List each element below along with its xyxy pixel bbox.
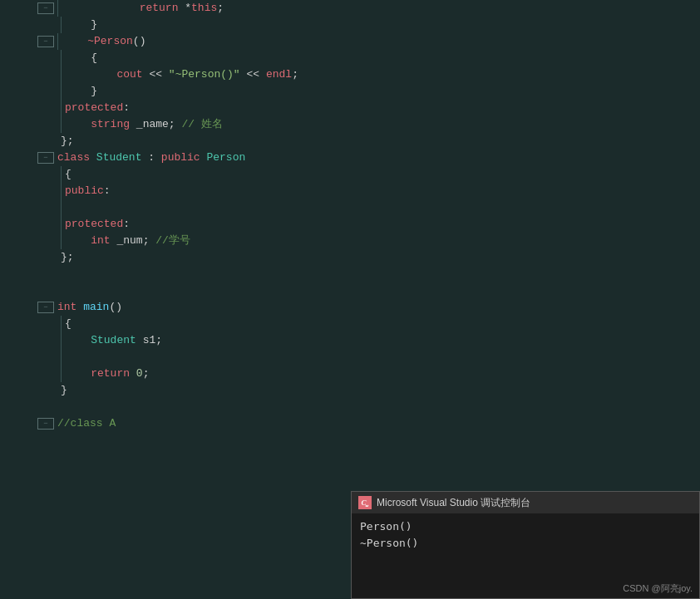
code-line: − return *this; xyxy=(37,0,700,17)
code-line xyxy=(37,199,700,216)
line-content xyxy=(61,399,67,415)
line-content: //class A xyxy=(57,415,116,432)
fold-line xyxy=(57,0,58,17)
console-body: Person() ~Person() xyxy=(352,513,699,557)
code-line xyxy=(37,349,700,366)
code-line: − //class A xyxy=(37,415,700,432)
line-content: cout << "~Person()" << endl; xyxy=(65,66,298,83)
code-line: protected: xyxy=(37,216,700,233)
console-title: Microsoft Visual Studio 调试控制台 xyxy=(377,496,530,510)
code-line: } xyxy=(37,17,700,33)
code-line: − ~Person() xyxy=(37,33,700,50)
line-content: string _name; // 姓名 xyxy=(65,116,223,133)
console-watermark: CSDN @阿亮joy. xyxy=(623,582,693,595)
line-content: }; xyxy=(61,133,74,150)
line-content: } xyxy=(65,83,97,100)
console-line-2: ~Person() xyxy=(360,535,691,552)
line-content: { xyxy=(65,316,71,332)
line-content: } xyxy=(61,382,67,399)
console-line-1: Person() xyxy=(360,518,691,535)
fold-icon[interactable]: − xyxy=(37,418,54,430)
line-content: Student s1; xyxy=(65,332,162,349)
code-line xyxy=(37,399,700,415)
code-line: }; xyxy=(37,133,700,150)
code-line: return 0; xyxy=(37,366,700,382)
fold-icon[interactable]: − xyxy=(37,36,54,47)
code-line xyxy=(37,266,700,282)
line-content: ~Person() xyxy=(62,33,145,50)
code-line: { xyxy=(37,166,700,183)
code-line: Student s1; xyxy=(37,332,700,349)
line-content: { xyxy=(65,50,97,66)
line-content xyxy=(65,349,71,366)
line-content: } xyxy=(65,17,97,33)
line-content: int main() xyxy=(57,299,122,316)
line-content xyxy=(65,199,71,216)
code-line: { xyxy=(37,316,700,332)
code-line: − class Student : public Person xyxy=(37,150,700,166)
line-content: public: xyxy=(65,183,111,199)
code-line: } xyxy=(37,382,700,399)
code-line: cout << "~Person()" << endl; xyxy=(37,66,700,83)
line-content: class Student : public Person xyxy=(57,150,245,166)
line-content: return *this; xyxy=(62,0,224,17)
code-line: public: xyxy=(37,183,700,199)
console-window: C˽ Microsoft Visual Studio 调试控制台 Person(… xyxy=(351,491,700,599)
line-content: }; xyxy=(61,249,74,266)
line-content xyxy=(61,282,67,299)
code-line: } xyxy=(37,83,700,100)
code-line: protected: xyxy=(37,100,700,116)
fold-icon[interactable]: − xyxy=(37,302,54,313)
line-numbers xyxy=(0,0,29,599)
line-content: return 0; xyxy=(65,366,149,382)
line-content: { xyxy=(65,166,71,183)
code-line xyxy=(37,282,700,299)
code-line: { xyxy=(37,50,700,66)
fold-icon[interactable]: − xyxy=(37,2,54,14)
vs-icon: C˽ xyxy=(358,496,372,509)
fold-icon[interactable]: − xyxy=(37,152,54,164)
line-content: int _num; //学号 xyxy=(65,233,190,249)
line-content: protected: xyxy=(65,216,130,233)
code-line: }; xyxy=(37,249,700,266)
code-line: int _num; //学号 xyxy=(37,233,700,249)
line-content: protected: xyxy=(65,100,130,116)
line-content xyxy=(61,266,67,282)
editor-area: − return *this; } − ~Person() { xyxy=(0,0,700,599)
console-title-bar: C˽ Microsoft Visual Studio 调试控制台 xyxy=(352,492,699,513)
code-line: − int main() xyxy=(37,299,700,316)
code-line: string _name; // 姓名 xyxy=(37,116,700,133)
